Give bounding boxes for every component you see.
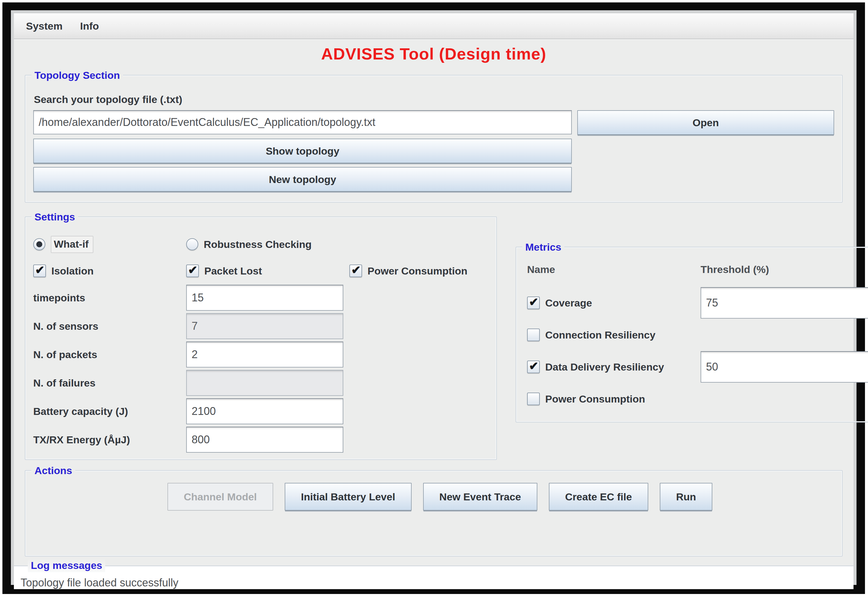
connection-resiliency-checkbox-label: Connection Resiliency: [545, 329, 655, 341]
topology-controls: Open Show topology New topology: [33, 110, 834, 192]
metrics-name-header: Name: [527, 264, 701, 275]
txrx-energy-input[interactable]: [186, 427, 343, 453]
checkbox-icon: [527, 361, 540, 373]
actions-button-row: Channel Model Initial Battery Level New …: [167, 483, 842, 511]
checkbox-icon: [186, 264, 199, 277]
new-event-trace-button[interactable]: New Event Trace: [423, 483, 537, 511]
timepoints-label: timepoints: [33, 292, 186, 304]
sensors-label: N. of sensors: [33, 321, 186, 332]
menu-bar: System Info: [14, 13, 853, 39]
packets-label: N. of packets: [33, 349, 186, 361]
battery-capacity-row: Battery capacity (J): [33, 397, 488, 425]
log-messages-title: Log messages: [28, 558, 105, 572]
sensors-input: [186, 313, 343, 339]
channel-model-button: Channel Model: [167, 483, 273, 511]
menu-info[interactable]: Info: [80, 20, 99, 32]
power-consumption-metric-checkbox[interactable]: Power Consumption: [527, 392, 701, 405]
sensors-row: N. of sensors: [33, 312, 488, 340]
battery-capacity-input[interactable]: [186, 398, 343, 424]
log-messages-section: Log messages Topology file loaded succes…: [14, 566, 853, 589]
app-window: System Info ADVISES Tool (Design time) T…: [2, 2, 865, 594]
settings-section-title: Settings: [31, 210, 78, 224]
show-topology-button[interactable]: Show topology: [33, 139, 572, 163]
timepoints-input[interactable]: [186, 285, 343, 311]
failures-label: N. of failures: [33, 377, 186, 389]
metrics-threshold-header: Threshold (%): [701, 264, 868, 275]
menu-system[interactable]: System: [26, 20, 63, 32]
metrics-header: Name Threshold (%): [527, 259, 868, 279]
radio-icon: [186, 238, 198, 250]
mode-radio-row: What-if Robustness Checking: [33, 230, 488, 258]
isolation-checkbox-label: Isolation: [51, 265, 94, 277]
topology-section: Topology Section Search your topology fi…: [25, 75, 843, 203]
power-consumption-metric-checkbox-label: Power Consumption: [545, 393, 645, 405]
checkbox-icon: [527, 392, 540, 405]
robustness-checking-radio-label: Robustness Checking: [204, 239, 311, 250]
coverage-checkbox[interactable]: Coverage: [527, 297, 701, 309]
txrx-energy-row: TX/RX Energy (ÅµJ): [33, 425, 488, 454]
txrx-energy-label: TX/RX Energy (ÅµJ): [33, 434, 186, 446]
data-delivery-resiliency-checkbox-label: Data Delivery Resiliency: [545, 361, 664, 373]
settings-section: Settings What-if Robustness Checking Iso…: [25, 217, 497, 460]
failure-checkbox-row: Isolation Packet Lost Power Consumption: [33, 258, 488, 284]
robustness-checking-radio[interactable]: Robustness Checking: [186, 238, 488, 250]
open-button[interactable]: Open: [577, 110, 834, 135]
packets-row: N. of packets: [33, 340, 488, 369]
search-topology-label: Search your topology file (.txt): [34, 94, 834, 105]
run-button[interactable]: Run: [660, 483, 712, 511]
page-title: ADVISES Tool (Design time): [321, 45, 546, 63]
topology-file-input[interactable]: [33, 110, 572, 134]
failures-input: [186, 370, 343, 396]
create-ec-file-button[interactable]: Create EC file: [549, 483, 648, 511]
coverage-checkbox-label: Coverage: [545, 297, 592, 309]
data-delivery-resiliency-checkbox[interactable]: Data Delivery Resiliency: [527, 361, 701, 373]
coverage-threshold-input[interactable]: [701, 287, 868, 319]
power-consumption-checkbox-label: Power Consumption: [368, 265, 467, 277]
checkbox-icon: [527, 328, 540, 341]
topology-section-title: Topology Section: [31, 68, 123, 82]
actions-section: Actions Channel Model Initial Battery Le…: [25, 470, 843, 557]
actions-section-title: Actions: [31, 463, 75, 477]
metrics-section: Metrics Name Threshold (%) Coverage Conn…: [516, 247, 868, 422]
isolation-checkbox[interactable]: Isolation: [33, 264, 186, 277]
log-message: Topology file loaded successfully: [14, 566, 853, 589]
data-delivery-threshold-input[interactable]: [701, 351, 868, 383]
metrics-section-title: Metrics: [522, 240, 564, 254]
power-consumption-checkbox[interactable]: Power Consumption: [349, 264, 488, 277]
spacer: [577, 139, 834, 163]
failures-row: N. of failures: [33, 369, 488, 397]
packet-lost-checkbox-label: Packet Lost: [204, 265, 262, 277]
whatif-radio-label: What-if: [51, 236, 94, 253]
window-content: System Info ADVISES Tool (Design time) T…: [11, 10, 856, 585]
spacer: [577, 167, 834, 192]
title-bar: ADVISES Tool (Design time): [14, 39, 853, 68]
timepoints-row: timepoints: [33, 284, 488, 312]
checkbox-icon: [33, 264, 46, 277]
packet-lost-checkbox[interactable]: Packet Lost: [186, 264, 349, 277]
middle-panels: Settings What-if Robustness Checking Iso…: [25, 217, 843, 460]
connection-resiliency-row: Connection Resiliency: [527, 321, 868, 349]
data-delivery-resiliency-row: Data Delivery Resiliency: [527, 349, 868, 385]
new-topology-button[interactable]: New topology: [33, 167, 572, 192]
radio-icon: [33, 238, 45, 250]
checkbox-icon: [527, 297, 540, 309]
battery-capacity-label: Battery capacity (J): [33, 405, 186, 417]
coverage-row: Coverage: [527, 285, 868, 321]
power-consumption-metric-row: Power Consumption: [527, 385, 868, 413]
checkbox-icon: [349, 264, 362, 277]
packets-input[interactable]: [186, 342, 343, 367]
connection-resiliency-checkbox[interactable]: Connection Resiliency: [527, 328, 701, 341]
initial-battery-level-button[interactable]: Initial Battery Level: [285, 483, 412, 511]
whatif-radio[interactable]: What-if: [33, 236, 186, 253]
